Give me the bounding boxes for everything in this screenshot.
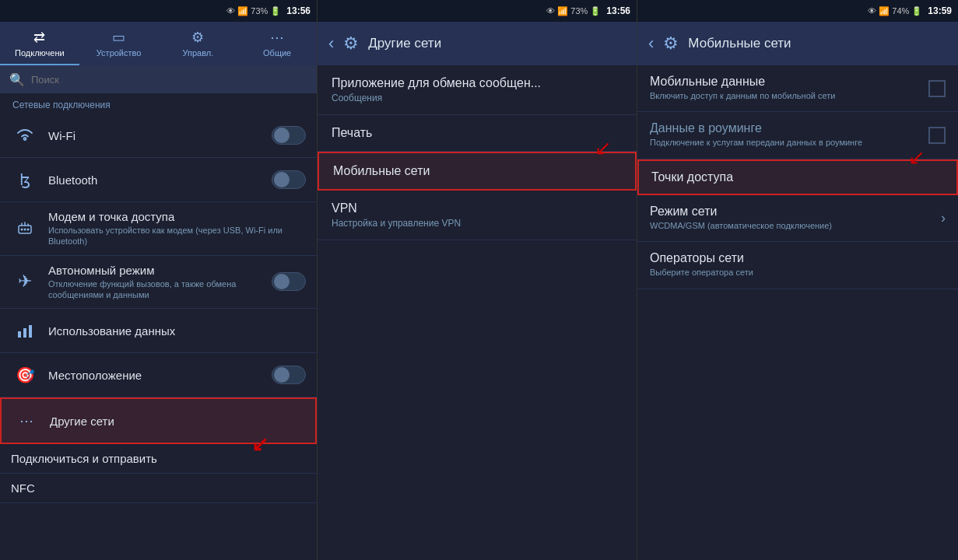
airplane-toggle[interactable] xyxy=(272,272,306,291)
bluetooth-icon: ɮ xyxy=(11,166,39,194)
manage-icon: ⚙ xyxy=(191,29,204,46)
location-item[interactable]: 🎯 Местоположение xyxy=(0,353,317,397)
bluetooth-text: Bluetooth xyxy=(48,173,265,187)
left-search-bar: 🔍 xyxy=(0,65,317,93)
right-network-mode-item[interactable]: Режим сети WCDMA/GSM (автоматическое под… xyxy=(637,195,958,242)
right-roaming-subtitle: Подключение к услугам передани данных в … xyxy=(650,137,928,149)
search-icon: 🔍 xyxy=(9,72,25,87)
mid-status-bar: 👁 📶 73% 🔋 13:56 xyxy=(318,0,637,22)
left-panel: 👁 📶 73% 🔋 13:56 ⇄ Подключени ▭ Устройств… xyxy=(0,0,318,560)
right-operators-subtitle: Выберите оператора сети xyxy=(650,267,946,278)
svg-point-2 xyxy=(24,228,26,230)
location-toggle[interactable] xyxy=(272,366,306,384)
screenshot-icon: 👁 xyxy=(226,6,235,16)
right-roaming-checkbox[interactable] xyxy=(928,127,946,144)
right-back-button[interactable]: ‹ xyxy=(648,33,654,54)
tab-connections[interactable]: ⇄ Подключени xyxy=(0,22,79,65)
mid-mobile-networks-item[interactable]: Мобильные сети ↙ xyxy=(318,152,637,191)
right-access-points-item[interactable]: Точки доступа ↙ xyxy=(637,159,958,195)
wifi-item[interactable]: Wi-Fi xyxy=(0,114,317,158)
data-usage-text: Использование данных xyxy=(48,324,306,338)
tab-manage[interactable]: ⚙ Управл. xyxy=(159,22,238,65)
location-toggle-knob xyxy=(274,367,290,383)
left-content: Wi-Fi ɮ Bluetooth Модем и точка доступа … xyxy=(0,114,317,560)
location-icon: 🎯 xyxy=(11,361,39,389)
mid-messaging-subtitle: Сообщения xyxy=(332,93,623,103)
location-title: Местоположение xyxy=(48,369,265,382)
tab-device[interactable]: ▭ Устройство xyxy=(79,22,159,65)
airplane-title: Автономный режим xyxy=(48,264,265,277)
other-networks-item[interactable]: ⋯ Другие сети ↙ xyxy=(0,397,317,444)
left-status-icons: 👁 📶 73% 🔋 13:56 xyxy=(226,5,311,16)
right-operators-title: Операторы сети xyxy=(650,251,946,265)
bluetooth-title: Bluetooth xyxy=(48,173,265,187)
airplane-subtitle: Отключение функций вызовов, а также обме… xyxy=(48,278,265,301)
right-gear-icon: ⚙ xyxy=(663,33,679,54)
right-status-bar: 👁 📶 74% 🔋 13:59 xyxy=(637,0,958,22)
right-mobile-data-subtitle: Включить доступ к данным по мобильной се… xyxy=(650,90,928,102)
connect-send-item[interactable]: Подключиться и отправить xyxy=(0,444,317,474)
mid-mobile-networks-title: Мобильные сети xyxy=(333,164,621,178)
nfc-text: NFC xyxy=(11,481,306,495)
mid-messaging-title: Приложение для обмена сообщен... xyxy=(332,76,623,90)
nfc-title: NFC xyxy=(11,481,306,495)
right-page-header: ‹ ⚙ Мобильные сети xyxy=(637,22,958,65)
mid-status-icons: 👁 📶 73% 🔋 13:56 xyxy=(546,5,630,16)
right-mobile-data-text: Мобильные данные Включить доступ к данны… xyxy=(650,75,928,102)
svg-point-1 xyxy=(21,228,23,230)
mid-vpn-item[interactable]: VPN Настройка и управление VPN xyxy=(318,191,637,240)
mid-messaging-item[interactable]: Приложение для обмена сообщен... Сообщен… xyxy=(318,65,637,115)
right-network-mode-chevron: › xyxy=(941,210,946,226)
mid-content: Приложение для обмена сообщен... Сообщен… xyxy=(318,65,637,560)
right-operators-text: Операторы сети Выберите оператора сети xyxy=(650,251,946,278)
airplane-icon: ✈ xyxy=(11,268,39,296)
data-usage-item[interactable]: Использование данных xyxy=(0,309,317,353)
search-input[interactable] xyxy=(31,74,307,86)
bluetooth-toggle[interactable] xyxy=(272,170,306,189)
data-usage-icon xyxy=(11,317,39,345)
wifi-toggle[interactable] xyxy=(272,126,306,145)
right-operators-item[interactable]: Операторы сети Выберите оператора сети xyxy=(637,242,958,289)
right-network-mode-subtitle: WCDMA/GSM (автоматическое подключение) xyxy=(650,220,941,232)
mid-back-button[interactable]: ‹ xyxy=(328,33,334,54)
other-networks-text: Другие сети xyxy=(50,415,304,428)
other-networks-icon: ⋯ xyxy=(12,407,40,435)
svg-rect-4 xyxy=(18,331,21,338)
nfc-item[interactable]: NFC xyxy=(0,474,317,503)
right-network-mode-subtitle-text: WCDMA/GSM (автоматическое подключение) xyxy=(650,221,832,230)
tab-general[interactable]: ⋯ Общие xyxy=(237,22,317,65)
right-roaming-item[interactable]: Данные в роуминге Подключение к услугам … xyxy=(637,112,958,159)
modem-subtitle: Использовать устройство как модем (через… xyxy=(48,225,306,247)
modem-item[interactable]: Модем и точка доступа Использовать устро… xyxy=(0,202,317,256)
right-mobile-data-checkbox[interactable] xyxy=(928,80,946,97)
modem-icon xyxy=(11,215,39,243)
mid-print-item[interactable]: Печать xyxy=(318,115,637,152)
bluetooth-toggle-knob xyxy=(274,172,290,187)
signal-icon: 📶 xyxy=(237,6,248,16)
right-roaming-title: Данные в роуминге xyxy=(650,121,928,135)
airplane-text: Автономный режим Отключение функций вызо… xyxy=(48,264,265,301)
left-time: 13:56 xyxy=(286,5,311,16)
mid-page-title: Другие сети xyxy=(368,36,441,51)
mid-vpn-title: VPN xyxy=(332,201,623,215)
right-mobile-data-item[interactable]: Мобильные данные Включить доступ к данны… xyxy=(637,65,958,112)
mid-page-header: ‹ ⚙ Другие сети xyxy=(318,22,637,65)
battery-text: 73% xyxy=(251,6,268,16)
right-status-icons: 👁 📶 74% 🔋 13:59 xyxy=(868,5,952,16)
connect-send-title: Подключиться и отправить xyxy=(11,452,306,465)
svg-rect-5 xyxy=(23,328,26,338)
right-time: 13:59 xyxy=(928,5,952,16)
wifi-toggle-knob xyxy=(274,128,290,143)
location-text: Местоположение xyxy=(48,369,265,382)
tab-general-label: Общие xyxy=(263,48,291,58)
right-access-points-text: Точки доступа xyxy=(651,170,944,184)
mid-time: 13:56 xyxy=(606,5,630,16)
right-page-title: Мобильные сети xyxy=(688,36,791,51)
left-tab-bar: ⇄ Подключени ▭ Устройство ⚙ Управл. ⋯ Об… xyxy=(0,22,317,65)
other-networks-title: Другие сети xyxy=(50,415,304,428)
airplane-item[interactable]: ✈ Автономный режим Отключение функций вы… xyxy=(0,256,317,310)
modem-text: Модем и точка доступа Использовать устро… xyxy=(48,210,306,247)
right-network-mode-title: Режим сети xyxy=(650,205,941,219)
bluetooth-item[interactable]: ɮ Bluetooth xyxy=(0,158,317,202)
right-access-points-title: Точки доступа xyxy=(651,170,944,184)
